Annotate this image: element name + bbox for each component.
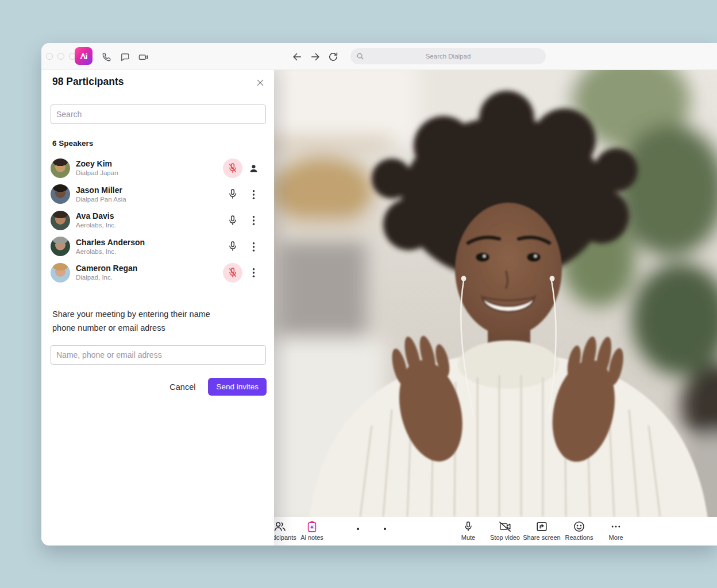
cancel-button[interactable]: Cancel: [168, 380, 196, 394]
nav-forward-icon[interactable]: [308, 49, 323, 64]
participant-row: Ava Davis Aerolabs, Inc.: [51, 207, 266, 234]
participant-name: Ava Davis: [76, 211, 116, 221]
participant-avatar: [51, 237, 70, 256]
dialpad-app-window: Λi Search Dialpad: [41, 43, 717, 546]
participants-search-input[interactable]: [51, 105, 266, 124]
participant-org: Aerolabs, Inc.: [76, 221, 116, 229]
toolbar-button-label: More: [608, 534, 623, 541]
participant-org: Dialpad Pan Asia: [76, 195, 126, 203]
browser-search-input[interactable]: Search Dialpad: [350, 48, 546, 64]
participants-panel: 98 Participants 6 Speakers Zoey Kim Dial…: [41, 69, 274, 546]
participant-menu-icon[interactable]: [247, 214, 260, 227]
invite-prompt: Share your meeting by entering their nam…: [52, 307, 210, 335]
panel-title: 98 Participants: [52, 76, 124, 88]
participant-avatar: [51, 158, 70, 178]
chat-icon[interactable]: [118, 50, 132, 64]
mute-status-button[interactable]: [223, 211, 242, 230]
mute-status-button[interactable]: [223, 158, 242, 178]
toolbar-button-label: Mute: [461, 534, 475, 541]
participant-row: Jason Miller Dialpad Pan Asia: [51, 181, 266, 208]
participant-avatar: [51, 263, 70, 283]
invite-prompt-line1: Share your meeting by entering their nam…: [52, 307, 210, 321]
mute-status-button[interactable]: [223, 237, 242, 256]
speakers-section-label: 6 Speakers: [52, 139, 93, 148]
toolbar-dot: [357, 528, 359, 530]
people-icon: [273, 520, 286, 533]
video-camera-icon[interactable]: [136, 50, 150, 64]
toolbar-ai-notes-button[interactable]: Ai notes: [286, 520, 338, 541]
toolbar-dot: [384, 528, 386, 530]
send-invites-button[interactable]: Send invites: [208, 378, 267, 396]
ai-notes-icon: [306, 520, 318, 533]
toolbar-more-button[interactable]: More: [589, 520, 642, 541]
speaker-list: Zoey Kim Dialpad Japan Jason Miller Dial…: [51, 155, 266, 286]
video-feed: [274, 69, 717, 517]
participant-org: Dialpad Japan: [76, 169, 118, 177]
participant-name: Zoey Kim: [76, 159, 118, 169]
search-icon: [356, 52, 364, 61]
participant-row: Cameron Regan Dialpad, Inc.: [51, 260, 266, 286]
participant-org: Dialpad, Inc.: [76, 273, 137, 281]
participant-menu-icon[interactable]: [247, 266, 260, 279]
participant-row: Zoey Kim Dialpad Japan: [51, 155, 266, 181]
invite-actions: Cancel Send invites: [168, 378, 267, 396]
invite-input[interactable]: [51, 345, 266, 365]
nav-refresh-icon[interactable]: [326, 49, 341, 64]
participant-name: Jason Miller: [76, 185, 126, 195]
participant-name: Cameron Regan: [76, 264, 137, 273]
mute-status-button[interactable]: [223, 184, 242, 204]
participant-avatar: [51, 211, 70, 230]
traffic-light-minimize[interactable]: [57, 53, 64, 60]
browser-search-placeholder: Search Dialpad: [426, 53, 471, 60]
participant-row: Charles Anderson Aerolabs, Inc.: [51, 234, 266, 260]
participant-name: Charles Anderson: [76, 238, 145, 247]
traffic-lights: [46, 53, 76, 60]
close-icon[interactable]: [253, 76, 267, 90]
toolbar-button-label: Ai notes: [300, 534, 323, 541]
window-titlebar: Λi Search Dialpad: [41, 43, 717, 70]
participant-person-icon[interactable]: [247, 162, 260, 175]
mute-status-button[interactable]: [223, 263, 242, 283]
remote-participant-video: [274, 69, 717, 517]
participant-org: Aerolabs, Inc.: [76, 247, 145, 256]
participant-menu-icon[interactable]: [247, 241, 260, 253]
smiley-icon: [573, 520, 585, 533]
invite-prompt-line2: phone number or email adress: [52, 321, 210, 335]
nav-back-icon[interactable]: [290, 49, 304, 64]
logo-glyph: Λi: [80, 51, 87, 61]
desktop: Λi Search Dialpad: [0, 0, 717, 588]
participant-avatar: [51, 184, 70, 204]
dialpad-ai-logo[interactable]: Λi: [75, 47, 92, 65]
traffic-light-close[interactable]: [46, 53, 53, 60]
share-screen-icon: [535, 520, 548, 533]
video-off-icon: [498, 520, 512, 533]
phone-icon[interactable]: [99, 50, 113, 64]
more-icon: [610, 520, 622, 533]
participant-menu-icon[interactable]: [247, 188, 260, 201]
mic-icon: [464, 520, 473, 533]
